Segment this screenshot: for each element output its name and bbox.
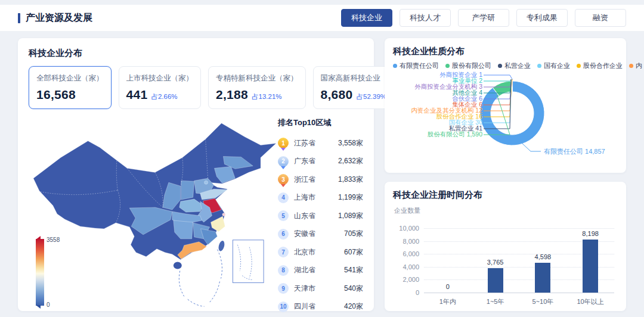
stat-card-value: 2,188 — [216, 88, 248, 102]
rank-region-name: 四川省 — [294, 302, 344, 312]
bar-ytick-label: 4,000 — [402, 263, 419, 271]
bar-category-label: 5~10年 — [532, 297, 553, 306]
panel-enterprise-distribution: 科技企业分布 全部科技企业（家）16,568上市科技企业（家）441占2.66%… — [18, 38, 374, 311]
legend-item-6[interactable]: 内 — [629, 61, 642, 70]
rank-region-value: 1,199家 — [338, 192, 363, 203]
top10-ranking: 排名Top10区域 1江苏省3,558家2广东省2,632家3浙江省1,833家… — [278, 115, 363, 316]
rank-region-name: 安徽省 — [294, 229, 344, 239]
tab-2[interactable]: 科技人才 — [400, 9, 451, 27]
bar-ytick-label: 0 — [416, 289, 419, 296]
legend-item-4[interactable]: 国有企业 — [537, 61, 570, 70]
stat-cards: 全部科技企业（家）16,568上市科技企业（家）441占2.66%专精特新科技企… — [29, 66, 363, 109]
rank-region-value: 541家 — [344, 265, 363, 275]
rank-medal-icon: 6 — [278, 229, 289, 240]
ranking-row-10: 10四川省420家 — [278, 298, 363, 316]
rank-medal-icon: 10 — [278, 302, 289, 312]
rank-region-name: 山东省 — [294, 211, 338, 221]
island-taiwan — [218, 240, 225, 252]
rank-medal-icon: 8 — [278, 265, 289, 276]
donut-callout-line — [484, 75, 512, 79]
stat-card-3[interactable]: 专精特新科技企业（家）2,188占13.21% — [208, 66, 306, 109]
donut-callout-line — [484, 79, 512, 81]
bar-ytick-label: 6,000 — [402, 250, 419, 257]
rank-medal-icon: 4 — [278, 192, 289, 203]
tab-1[interactable]: 科技企业 — [341, 9, 392, 27]
legend-dot-icon — [445, 64, 450, 68]
stat-card-label: 全部科技企业（家） — [36, 73, 104, 83]
map-color-scale: 3558 0 — [36, 239, 44, 306]
ranking-row-4: 4上海市1,199家 — [278, 189, 363, 207]
ranking-row-1: 1江苏省3,558家 — [278, 134, 363, 153]
tab-4[interactable]: 专利成果 — [516, 9, 568, 27]
rank-medal-icon: 5 — [278, 210, 289, 221]
rank-region-value: 2,632家 — [338, 156, 363, 166]
ranking-row-8: 8湖北省541家 — [278, 262, 363, 280]
stat-card-2[interactable]: 上市科技企业（家）441占2.66% — [119, 66, 202, 109]
legend-item-1[interactable]: 有限责任公司 — [393, 61, 439, 70]
scale-min-label: 0 — [47, 302, 50, 308]
scale-min-marker — [36, 305, 41, 309]
province-shanxi — [181, 181, 194, 200]
bar-2 — [488, 268, 503, 293]
rank-medal-icon: 9 — [278, 283, 289, 294]
scale-max-marker — [36, 236, 41, 240]
rank-region-name: 上海市 — [294, 192, 338, 203]
map-mainland — [33, 123, 276, 260]
stat-card-value: 16,568 — [36, 88, 76, 102]
stat-card-value: 441 — [126, 88, 148, 102]
rank-region-value: 705家 — [344, 229, 363, 239]
page-title: 产业资源及发展 — [18, 12, 92, 24]
stat-card-value: 8,680 — [321, 88, 353, 102]
ranking-title: 排名Top10区域 — [278, 117, 363, 128]
tab-5[interactable]: 融资 — [575, 9, 626, 27]
bar-4 — [583, 240, 598, 293]
rank-region-name: 浙江省 — [294, 175, 338, 185]
stat-card-1[interactable]: 全部科技企业（家）16,568 — [29, 66, 112, 109]
rank-region-value: 540家 — [344, 284, 363, 294]
panel-enterprise-nature: 科技企业性质分布 有限责任公司股份有限公司私营企业国有企业股份合作企业内◀1/3… — [385, 38, 626, 173]
legend-dot-icon — [577, 64, 581, 68]
legend-item-3[interactable]: 私营企业 — [498, 61, 531, 70]
bar-chart-y-axis-title: 企业数量 — [394, 206, 618, 215]
donut-label-main: 有限责任公司 14,857 — [544, 148, 605, 155]
bar-value-label: 3,765 — [487, 259, 504, 266]
stat-card-label: 上市科技企业（家） — [126, 73, 194, 83]
map-ranking-row: 3558 0 排名Top10区域 1江苏省3,558家2广东省2,632家3浙江… — [29, 115, 363, 316]
right-column: 科技企业性质分布 有限责任公司股份有限公司私营企业国有企业股份合作企业内◀1/3… — [385, 38, 626, 311]
time-panel-title: 科技企业注册时间分布 — [393, 189, 618, 201]
rank-region-value: 3,558家 — [338, 138, 363, 148]
bar-category-label: 1年内 — [439, 297, 456, 306]
legend-dot-icon — [629, 64, 633, 68]
ranking-row-2: 2广东省2,632家 — [278, 153, 363, 171]
bar-ytick-label: 8,000 — [402, 238, 419, 245]
province-shanghai — [222, 213, 225, 216]
bar-category-label: 10年以上 — [577, 297, 604, 306]
china-map[interactable] — [29, 115, 278, 312]
legend-item-5[interactable]: 股份合作企业 — [577, 61, 623, 70]
tab-3[interactable]: 产学研 — [458, 9, 509, 27]
legend-item-2[interactable]: 股份有限公司 — [445, 61, 491, 70]
bar-value-label: 0 — [446, 283, 450, 290]
stat-card-share: 占2.66% — [151, 92, 177, 101]
rank-medal-icon: 2 — [278, 156, 289, 167]
nature-panel-title: 科技企业性质分布 — [393, 46, 618, 57]
rank-region-name: 广东省 — [294, 156, 338, 166]
province-beijing — [205, 181, 208, 184]
rank-medal-icon: 1 — [278, 138, 289, 148]
top-header: 产业资源及发展 科技企业科技人才产学研专利成果融资 — [0, 5, 644, 31]
title-accent-bar — [18, 13, 20, 23]
rank-region-name: 天津市 — [294, 284, 344, 294]
stat-card-share: 占13.21% — [252, 92, 282, 101]
south-sea-dashes — [179, 250, 222, 307]
header-tabs: 科技企业科技人才产学研专利成果融资 — [341, 9, 626, 27]
legend-dot-icon — [393, 64, 397, 68]
rank-region-name: 江苏省 — [294, 138, 338, 148]
rank-region-value: 1,089家 — [338, 211, 363, 221]
distribution-panel-title: 科技企业分布 — [29, 48, 363, 59]
stat-card-share: 占52.39% — [357, 92, 387, 101]
ranking-row-6: 6安徽省705家 — [278, 225, 363, 244]
rank-region-name: 北京市 — [294, 247, 344, 257]
scale-max-label: 3558 — [47, 237, 60, 243]
page-title-text: 产业资源及发展 — [26, 12, 92, 24]
bar-ytick-label: 2,000 — [402, 276, 419, 283]
